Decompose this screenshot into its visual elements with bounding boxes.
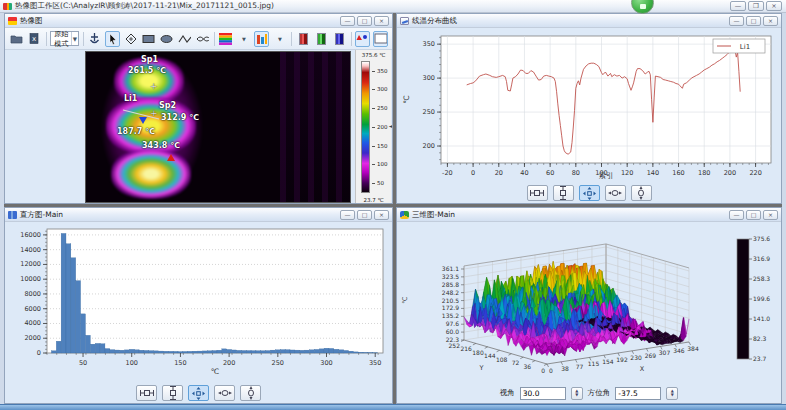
zoom-y-button[interactable] bbox=[162, 385, 183, 401]
svg-text:300: 300 bbox=[423, 74, 435, 82]
cursor-tool-button[interactable] bbox=[105, 31, 120, 47]
thermal-body: Sp1 261.5 ℃ + Li1 Sp2 + 312.9 ℃ 187.7 ℃ … bbox=[5, 50, 392, 204]
histogram-mode-button[interactable] bbox=[254, 31, 269, 47]
chevron-down-icon[interactable]: ▼ bbox=[71, 32, 78, 45]
view-angle-input[interactable] bbox=[520, 387, 566, 400]
hist-panel-titlebar[interactable]: 直方图-Main — □ × bbox=[5, 208, 392, 222]
view-angle-spinner[interactable]: ▲▼ bbox=[571, 387, 583, 400]
svg-text:346: 346 bbox=[673, 347, 685, 354]
svg-text:200: 200 bbox=[223, 359, 235, 367]
azimuth-spinner[interactable]: ▲▼ bbox=[666, 387, 678, 400]
thermal-close-button[interactable]: × bbox=[374, 16, 389, 26]
scale-max-value: 375.6 ℃ bbox=[356, 52, 391, 58]
app-restore-button[interactable]: ❐ bbox=[748, 1, 764, 11]
app-icon bbox=[3, 3, 12, 10]
thermal-minimize-button[interactable]: — bbox=[340, 16, 355, 26]
svg-text:12000: 12000 bbox=[20, 260, 41, 268]
line-panel-titlebar[interactable]: 线温分布曲线 — □ × bbox=[397, 14, 781, 28]
stretch-y-button[interactable] bbox=[631, 185, 652, 201]
zoom-y-button[interactable] bbox=[553, 185, 574, 201]
canvas-color-button[interactable] bbox=[373, 31, 388, 47]
azimuth-input[interactable] bbox=[615, 387, 661, 400]
svg-text:200: 200 bbox=[724, 169, 736, 177]
scale-tick-label: 250 bbox=[377, 105, 388, 111]
app-minimize-button[interactable]: — bbox=[730, 1, 746, 11]
stretch-x-button[interactable] bbox=[214, 385, 235, 401]
svg-text:250: 250 bbox=[423, 108, 435, 116]
anchor-icon[interactable] bbox=[87, 31, 102, 47]
level-blue-button[interactable] bbox=[332, 31, 347, 47]
hist-minimize-button[interactable]: — bbox=[340, 210, 355, 220]
palette-button[interactable] bbox=[218, 31, 233, 47]
line-close-button[interactable]: × bbox=[763, 16, 778, 26]
polygon-tool-button[interactable] bbox=[195, 31, 210, 47]
sp2-value: 312.9 ℃ bbox=[161, 113, 199, 122]
svg-text:269: 269 bbox=[645, 352, 657, 359]
ellipse-tool-button[interactable] bbox=[159, 31, 174, 47]
pan-button[interactable] bbox=[188, 385, 209, 401]
thermal-panel-title: 热像图 bbox=[20, 16, 43, 26]
svg-text:50: 50 bbox=[79, 359, 87, 367]
svg-text:97.6: 97.6 bbox=[446, 320, 460, 327]
line-maximize-button[interactable]: □ bbox=[746, 16, 761, 26]
thermal-panel-titlebar[interactable]: 热像图 — □ × bbox=[5, 14, 392, 28]
app-close-button[interactable]: × bbox=[766, 1, 782, 11]
hist-panel-title: 直方图-Main bbox=[20, 210, 63, 220]
line-minimize-button[interactable]: — bbox=[729, 16, 744, 26]
sp1-cross-icon: + bbox=[150, 81, 158, 91]
surface-3d-chart[interactable]: 0387711515419223026930734638403672108144… bbox=[397, 222, 782, 381]
thermal-image[interactable]: Sp1 261.5 ℃ + Li1 Sp2 + 312.9 ℃ 187.7 ℃ … bbox=[85, 51, 351, 203]
pan-button[interactable] bbox=[579, 185, 600, 201]
svg-text:210.5: 210.5 bbox=[442, 297, 459, 304]
open-file-button[interactable] bbox=[9, 31, 24, 47]
svg-text:384: 384 bbox=[687, 345, 699, 352]
svg-text:23.7: 23.7 bbox=[753, 355, 767, 362]
level-red-button[interactable] bbox=[296, 31, 311, 47]
splitter-arrow-icon[interactable]: ◄ bbox=[388, 122, 393, 129]
histogram-chart[interactable]: 5010015020025030035002000400060008000100… bbox=[5, 222, 393, 381]
mode-select[interactable]: 原始模式 ▼ bbox=[50, 31, 79, 46]
histogram-mode-dropdown-icon[interactable]: ▼ bbox=[272, 31, 287, 47]
rectangle-tool-button[interactable] bbox=[141, 31, 156, 47]
surface-maximize-button[interactable]: □ bbox=[746, 210, 761, 220]
line-panel-title: 线温分布曲线 bbox=[412, 16, 457, 26]
thermal-maximize-button[interactable]: □ bbox=[357, 16, 372, 26]
surface-panel-titlebar[interactable]: 三维图-Main — □ × bbox=[397, 208, 781, 222]
scale-tick-label: 350 bbox=[377, 68, 388, 74]
app-titlebar[interactable]: 热像图工作区(C:\AnalyzIR\顾剑涛\2017-11-21\Mix_20… bbox=[0, 0, 786, 13]
stretch-x-button[interactable] bbox=[605, 185, 626, 201]
scale-min-value: 23.7 ℃ bbox=[356, 197, 391, 203]
level-green-button[interactable] bbox=[314, 31, 329, 47]
polyline-tool-button[interactable] bbox=[177, 31, 192, 47]
svg-text:323.5: 323.5 bbox=[442, 273, 459, 280]
hot-cold-marker-button[interactable] bbox=[355, 31, 370, 47]
hist-maximize-button[interactable]: □ bbox=[357, 210, 372, 220]
line-panel-icon bbox=[400, 17, 409, 25]
azimuth-label: 方位角 bbox=[588, 388, 611, 398]
svg-text:375.6: 375.6 bbox=[753, 235, 770, 242]
color-scale-bar[interactable] bbox=[361, 61, 370, 193]
export-button[interactable]: x bbox=[27, 31, 42, 47]
workspace: 热像图 — □ × x 原始模式 ▼ bbox=[4, 13, 782, 404]
svg-text:80: 80 bbox=[572, 169, 580, 177]
stretch-y-button[interactable] bbox=[240, 385, 261, 401]
palette-dropdown-icon[interactable]: ▼ bbox=[236, 31, 251, 47]
scale-tick bbox=[372, 146, 375, 147]
surface-close-button[interactable]: × bbox=[763, 210, 778, 220]
app-window: 热像图工作区(C:\AnalyzIR\顾剑涛\2017-11-21\Mix_20… bbox=[0, 0, 786, 410]
svg-text:60: 60 bbox=[546, 169, 554, 177]
svg-text:350: 350 bbox=[369, 359, 381, 367]
histogram-panel: 直方图-Main — □ × 5010015020025030035002000… bbox=[4, 207, 393, 404]
scale-tick bbox=[372, 71, 375, 72]
sp1-value: 261.5 ℃ bbox=[128, 66, 166, 75]
zoom-x-button[interactable] bbox=[136, 385, 157, 401]
spot-tool-button[interactable] bbox=[123, 31, 138, 47]
svg-text:120: 120 bbox=[621, 169, 633, 177]
scale-tick bbox=[372, 108, 375, 109]
zoom-x-button[interactable] bbox=[527, 185, 548, 201]
surface-minimize-button[interactable]: — bbox=[729, 210, 744, 220]
hist-close-button[interactable]: × bbox=[374, 210, 389, 220]
scale-tick-label: 100 bbox=[377, 161, 388, 167]
svg-text:38: 38 bbox=[561, 365, 569, 372]
line-chart[interactable]: -200204060801001201401601802002202002503… bbox=[397, 28, 782, 181]
